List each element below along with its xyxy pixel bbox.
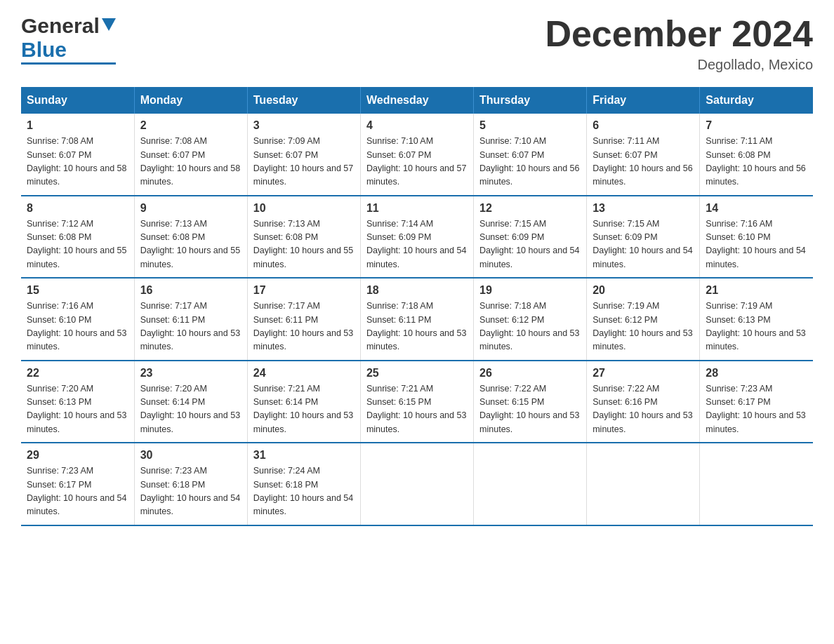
day-number: 16 <box>140 284 241 297</box>
day-number: 11 <box>366 202 468 215</box>
day-info: Sunrise: 7:08 AMSunset: 6:07 PMDaylight:… <box>140 135 241 189</box>
day-info: Sunrise: 7:17 AMSunset: 6:11 PMDaylight:… <box>140 300 241 354</box>
month-title: December 2024 <box>545 14 813 54</box>
day-number: 1 <box>27 119 128 132</box>
col-header-thursday: Thursday <box>474 87 587 114</box>
day-number: 23 <box>140 367 241 380</box>
logo-blue-text: Blue <box>21 38 116 62</box>
logo-underline <box>21 62 116 65</box>
calendar-cell: 11 Sunrise: 7:14 AMSunset: 6:09 PMDaylig… <box>360 196 473 279</box>
calendar-table: SundayMondayTuesdayWednesdayThursdayFrid… <box>21 87 813 526</box>
calendar-cell: 6 Sunrise: 7:11 AMSunset: 6:07 PMDayligh… <box>587 114 700 196</box>
calendar-cell: 30 Sunrise: 7:23 AMSunset: 6:18 PMDaylig… <box>134 443 247 525</box>
calendar-cell: 25 Sunrise: 7:21 AMSunset: 6:15 PMDaylig… <box>360 361 473 443</box>
calendar-cell: 20 Sunrise: 7:19 AMSunset: 6:12 PMDaylig… <box>587 278 700 361</box>
calendar-cell: 14 Sunrise: 7:16 AMSunset: 6:10 PMDaylig… <box>700 196 813 279</box>
col-header-friday: Friday <box>587 87 700 114</box>
day-info: Sunrise: 7:15 AMSunset: 6:09 PMDaylight:… <box>479 217 581 272</box>
day-info: Sunrise: 7:13 AMSunset: 6:08 PMDaylight:… <box>253 217 355 272</box>
day-info: Sunrise: 7:19 AMSunset: 6:13 PMDaylight:… <box>706 300 807 354</box>
calendar-cell: 26 Sunrise: 7:22 AMSunset: 6:15 PMDaylig… <box>474 361 587 443</box>
day-number: 25 <box>366 367 468 380</box>
calendar-cell <box>474 443 587 525</box>
day-number: 8 <box>27 202 128 215</box>
svg-marker-0 <box>102 18 116 31</box>
day-number: 14 <box>706 202 807 215</box>
calendar-cell: 7 Sunrise: 7:11 AMSunset: 6:08 PMDayligh… <box>700 114 813 196</box>
col-header-saturday: Saturday <box>700 87 813 114</box>
day-info: Sunrise: 7:17 AMSunset: 6:11 PMDaylight:… <box>253 300 355 354</box>
calendar-cell: 13 Sunrise: 7:15 AMSunset: 6:09 PMDaylig… <box>587 196 700 279</box>
day-info: Sunrise: 7:16 AMSunset: 6:10 PMDaylight:… <box>27 300 128 354</box>
day-number: 30 <box>140 449 241 462</box>
calendar-cell <box>700 443 813 525</box>
day-number: 21 <box>706 284 807 297</box>
day-number: 6 <box>593 119 694 132</box>
day-number: 31 <box>253 449 355 462</box>
day-info: Sunrise: 7:11 AMSunset: 6:08 PMDaylight:… <box>706 135 807 189</box>
calendar-cell: 24 Sunrise: 7:21 AMSunset: 6:14 PMDaylig… <box>247 361 360 443</box>
calendar-week-row: 29 Sunrise: 7:23 AMSunset: 6:17 PMDaylig… <box>21 443 813 525</box>
location-text: Degollado, Mexico <box>545 57 813 73</box>
day-info: Sunrise: 7:15 AMSunset: 6:09 PMDaylight:… <box>593 217 694 272</box>
day-info: Sunrise: 7:23 AMSunset: 6:17 PMDaylight:… <box>27 464 128 519</box>
calendar-cell: 4 Sunrise: 7:10 AMSunset: 6:07 PMDayligh… <box>360 114 473 196</box>
col-header-monday: Monday <box>134 87 247 114</box>
day-info: Sunrise: 7:21 AMSunset: 6:15 PMDaylight:… <box>366 382 468 437</box>
logo-arrow-icon <box>102 18 116 36</box>
day-info: Sunrise: 7:23 AMSunset: 6:17 PMDaylight:… <box>706 382 807 437</box>
day-info: Sunrise: 7:22 AMSunset: 6:15 PMDaylight:… <box>479 382 581 437</box>
col-header-wednesday: Wednesday <box>360 87 473 114</box>
calendar-cell: 28 Sunrise: 7:23 AMSunset: 6:17 PMDaylig… <box>700 361 813 443</box>
calendar-cell: 22 Sunrise: 7:20 AMSunset: 6:13 PMDaylig… <box>21 361 134 443</box>
calendar-week-row: 1 Sunrise: 7:08 AMSunset: 6:07 PMDayligh… <box>21 114 813 196</box>
calendar-header-row: SundayMondayTuesdayWednesdayThursdayFrid… <box>21 87 813 114</box>
day-number: 13 <box>593 202 694 215</box>
day-number: 26 <box>479 367 581 380</box>
calendar-cell: 2 Sunrise: 7:08 AMSunset: 6:07 PMDayligh… <box>134 114 247 196</box>
calendar-cell: 21 Sunrise: 7:19 AMSunset: 6:13 PMDaylig… <box>700 278 813 361</box>
day-number: 15 <box>27 284 128 297</box>
calendar-week-row: 22 Sunrise: 7:20 AMSunset: 6:13 PMDaylig… <box>21 361 813 443</box>
day-number: 7 <box>706 119 807 132</box>
day-number: 19 <box>479 284 581 297</box>
calendar-cell: 8 Sunrise: 7:12 AMSunset: 6:08 PMDayligh… <box>21 196 134 279</box>
day-number: 9 <box>140 202 241 215</box>
day-number: 3 <box>253 119 355 132</box>
calendar-cell: 23 Sunrise: 7:20 AMSunset: 6:14 PMDaylig… <box>134 361 247 443</box>
calendar-cell: 18 Sunrise: 7:18 AMSunset: 6:11 PMDaylig… <box>360 278 473 361</box>
day-info: Sunrise: 7:10 AMSunset: 6:07 PMDaylight:… <box>479 135 581 189</box>
logo-general-text: General <box>21 14 100 38</box>
col-header-sunday: Sunday <box>21 87 134 114</box>
day-info: Sunrise: 7:13 AMSunset: 6:08 PMDaylight:… <box>140 217 241 272</box>
page-header: General Blue December 2024 Degollado, Me… <box>21 14 813 73</box>
calendar-cell: 3 Sunrise: 7:09 AMSunset: 6:07 PMDayligh… <box>247 114 360 196</box>
day-number: 17 <box>253 284 355 297</box>
calendar-cell: 29 Sunrise: 7:23 AMSunset: 6:17 PMDaylig… <box>21 443 134 525</box>
day-info: Sunrise: 7:20 AMSunset: 6:14 PMDaylight:… <box>140 382 241 437</box>
day-number: 18 <box>366 284 468 297</box>
logo: General Blue <box>21 14 116 65</box>
calendar-cell: 9 Sunrise: 7:13 AMSunset: 6:08 PMDayligh… <box>134 196 247 279</box>
day-number: 4 <box>366 119 468 132</box>
calendar-week-row: 15 Sunrise: 7:16 AMSunset: 6:10 PMDaylig… <box>21 278 813 361</box>
calendar-cell: 10 Sunrise: 7:13 AMSunset: 6:08 PMDaylig… <box>247 196 360 279</box>
day-number: 27 <box>593 367 694 380</box>
day-info: Sunrise: 7:18 AMSunset: 6:12 PMDaylight:… <box>479 300 581 354</box>
col-header-tuesday: Tuesday <box>247 87 360 114</box>
day-info: Sunrise: 7:10 AMSunset: 6:07 PMDaylight:… <box>366 135 468 189</box>
day-number: 10 <box>253 202 355 215</box>
calendar-cell <box>587 443 700 525</box>
day-number: 5 <box>479 119 581 132</box>
calendar-cell: 19 Sunrise: 7:18 AMSunset: 6:12 PMDaylig… <box>474 278 587 361</box>
title-area: December 2024 Degollado, Mexico <box>545 14 813 73</box>
day-info: Sunrise: 7:16 AMSunset: 6:10 PMDaylight:… <box>706 217 807 272</box>
calendar-cell: 27 Sunrise: 7:22 AMSunset: 6:16 PMDaylig… <box>587 361 700 443</box>
day-info: Sunrise: 7:22 AMSunset: 6:16 PMDaylight:… <box>593 382 694 437</box>
calendar-cell: 1 Sunrise: 7:08 AMSunset: 6:07 PMDayligh… <box>21 114 134 196</box>
calendar-cell: 31 Sunrise: 7:24 AMSunset: 6:18 PMDaylig… <box>247 443 360 525</box>
day-number: 20 <box>593 284 694 297</box>
calendar-cell: 15 Sunrise: 7:16 AMSunset: 6:10 PMDaylig… <box>21 278 134 361</box>
day-number: 29 <box>27 449 128 462</box>
calendar-cell: 5 Sunrise: 7:10 AMSunset: 6:07 PMDayligh… <box>474 114 587 196</box>
